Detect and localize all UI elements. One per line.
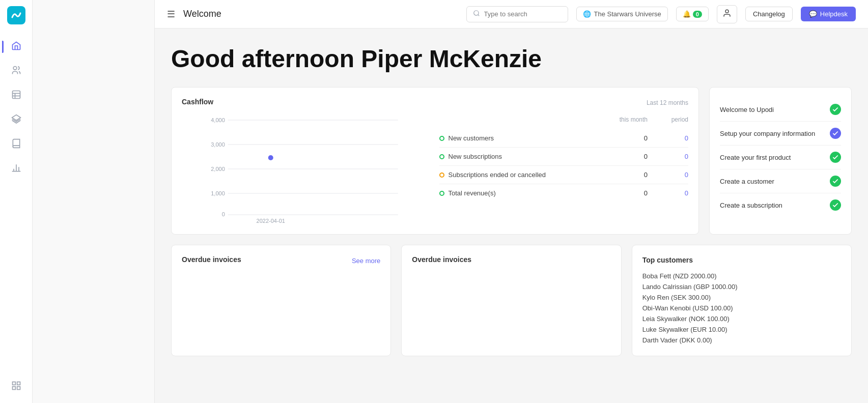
svg-text:2022-04-01: 2022-04-01 (257, 218, 285, 224)
customer-item-4: Leia Skywalker (NOK 100.00) (642, 313, 841, 324)
dashboard-main-grid: Cashflow Last 12 months 4,000 3,000 2,00… (171, 87, 852, 235)
svg-text:2,000: 2,000 (211, 166, 225, 172)
org-name: The Starwars Universe (594, 10, 661, 18)
user-icon (722, 9, 732, 18)
stat-row-new-customers: New customers 0 0 (439, 129, 689, 148)
cashflow-period: Last 12 months (647, 99, 688, 106)
svg-text:0: 0 (222, 211, 225, 217)
val-ended-subs-month: 0 (607, 171, 648, 179)
val-new-customers-month: 0 (607, 134, 648, 142)
customer-item-0: Boba Fett (NZD 2000.00) (642, 271, 841, 281)
stats-col-period: period (648, 116, 688, 123)
svg-rect-12 (17, 382, 20, 385)
user-button[interactable] (717, 5, 737, 23)
stats-header: this month period (439, 116, 689, 123)
notification-button[interactable]: 🔔 0 (676, 7, 709, 21)
sidebar-item-layers[interactable] (6, 110, 26, 130)
svg-rect-11 (12, 382, 15, 385)
check-icon-subscription (830, 199, 841, 211)
main-content: ☰ Welcome 🌐 The Starwars Universe 🔔 0 (155, 0, 868, 403)
stat-row-new-subs: New subscriptions 0 0 (439, 148, 689, 166)
customer-item-3: Obi-Wan Kenobi (USD 100.00) (642, 303, 841, 313)
svg-point-17 (725, 10, 729, 13)
apps-icon (11, 381, 21, 393)
label-ended-subs: Subscriptions ended or cancelled (449, 171, 546, 179)
val-revenue-month: 0 (607, 189, 648, 197)
menu-icon[interactable]: ☰ (167, 9, 175, 20)
bar-chart-icon (11, 163, 21, 175)
check-icon-product (830, 152, 841, 163)
search-box[interactable] (466, 6, 568, 22)
checklist-label-customer: Create a customer (720, 178, 774, 185)
sidebar-item-home[interactable] (6, 37, 26, 57)
topbar: ☰ Welcome 🌐 The Starwars Universe 🔔 0 (155, 0, 868, 28)
checklist-label-product: Create your first product (720, 154, 791, 161)
stat-row-revenue: Total revenue(s) 0 0 (439, 184, 689, 202)
overdue-header-2: Overdue invoices (412, 255, 610, 266)
stats-col-this-month: this month (607, 116, 648, 123)
bottom-grid: Overdue invoices See more Overdue invoic… (171, 245, 852, 356)
overdue-title-1: Overdue invoices (182, 255, 241, 264)
checklist-item-welcome: Welcome to Upodi (720, 98, 841, 122)
org-selector[interactable]: 🌐 The Starwars Universe (576, 7, 668, 21)
checklist-item-company[interactable]: Setup your company information (720, 122, 841, 146)
customer-item-1: Lando Calrissian (GBP 1000.00) (642, 281, 841, 292)
top-customers-card: Top customers Boba Fett (NZD 2000.00) La… (632, 245, 852, 356)
checklist-item-customer[interactable]: Create a customer (720, 169, 841, 193)
sidebar-item-users[interactable] (6, 61, 26, 81)
search-input[interactable] (484, 10, 562, 18)
bell-icon: 🔔 (683, 10, 691, 18)
val-new-customers-period: 0 (648, 134, 688, 142)
svg-text:4,000: 4,000 (211, 117, 225, 123)
svg-point-1 (13, 67, 17, 70)
globe-icon: 🌐 (583, 10, 591, 18)
overdue-title-2: Overdue invoices (412, 255, 471, 264)
checklist-label-welcome: Welcome to Upodi (720, 106, 774, 113)
sidebar-item-table[interactable] (6, 85, 26, 106)
sidebar-item-chart[interactable] (6, 159, 26, 179)
val-new-subs-period: 0 (648, 153, 688, 160)
layers-icon (11, 114, 21, 126)
see-more-link[interactable]: See more (352, 257, 380, 265)
customer-list: Boba Fett (NZD 2000.00) Lando Calrissian… (642, 271, 841, 346)
customer-item-6: Darth Vader (DKK 0.00) (642, 335, 841, 346)
home-icon (11, 41, 21, 53)
dot-new-customers (439, 136, 444, 141)
cashflow-title: Cashflow (182, 98, 213, 106)
cashflow-chart: 4,000 3,000 2,000 1,000 0 (182, 112, 431, 224)
helpdesk-label: Helpdesk (820, 10, 848, 18)
table-icon (11, 90, 21, 102)
changelog-button[interactable]: Changelog (745, 7, 793, 21)
label-revenue: Total revenue(s) (449, 189, 496, 197)
label-new-customers: New customers (449, 134, 494, 142)
dot-new-subs (439, 154, 444, 159)
checklist-item-subscription[interactable]: Create a subscription (720, 193, 841, 217)
sidebar-item-book[interactable] (6, 134, 26, 155)
label-new-subs: New subscriptions (449, 153, 502, 160)
svg-rect-13 (12, 387, 15, 390)
svg-rect-2 (12, 91, 20, 99)
checklist-item-product[interactable]: Create your first product (720, 146, 841, 169)
top-customers-title: Top customers (642, 256, 693, 264)
val-revenue-period: 0 (648, 189, 688, 197)
page-content: Good afternoon Piper McKenzie Cashflow L… (155, 28, 868, 403)
check-icon-customer (830, 176, 841, 187)
svg-text:3,000: 3,000 (211, 141, 225, 148)
page-title: Welcome (183, 9, 221, 19)
svg-line-16 (478, 14, 479, 16)
cashflow-card: Cashflow Last 12 months 4,000 3,000 2,00… (171, 87, 699, 235)
customer-item-2: Kylo Ren (SEK 300.00) (642, 292, 841, 303)
checklist-label-company: Setup your company information (720, 130, 815, 137)
app-logo[interactable] (7, 6, 25, 24)
sidebar-item-apps[interactable] (6, 377, 26, 397)
val-new-subs-month: 0 (607, 153, 648, 160)
sidebar (0, 0, 33, 403)
svg-point-28 (268, 155, 273, 160)
dot-revenue (439, 191, 444, 196)
stats-col-label (439, 116, 607, 123)
dot-ended-subs (439, 172, 444, 178)
overdue-invoices-card-1: Overdue invoices See more (171, 245, 391, 356)
users-icon (11, 65, 21, 77)
helpdesk-button[interactable]: 💬 Helpdesk (801, 7, 856, 21)
checklist-label-subscription: Create a subscription (720, 202, 782, 209)
